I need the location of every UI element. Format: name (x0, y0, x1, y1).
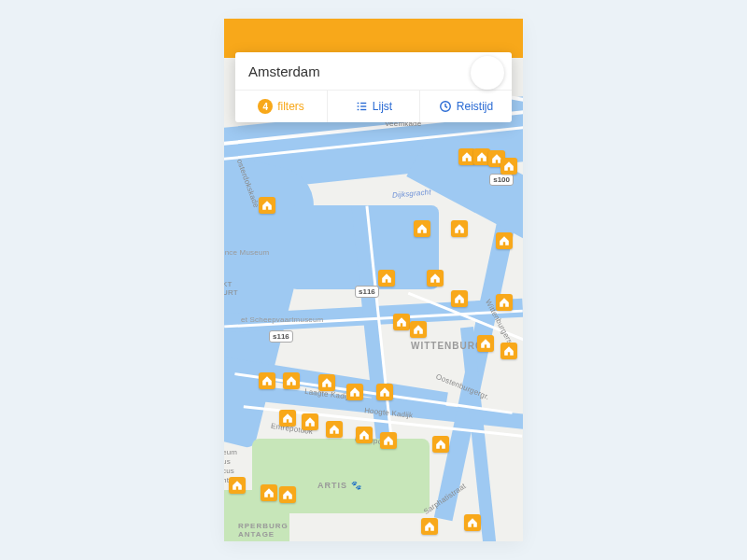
street-label: ence Museum (224, 248, 269, 257)
property-pin[interactable] (410, 321, 427, 338)
clock-icon (439, 100, 452, 113)
list-icon (355, 100, 368, 113)
property-pin[interactable] (451, 290, 468, 307)
street-label: Dijksgracht (392, 188, 431, 200)
district-label: ARTIS 🐾 (317, 481, 362, 490)
search-row (235, 52, 512, 90)
property-pin[interactable] (229, 477, 246, 494)
property-pin[interactable] (500, 343, 517, 359)
property-pin[interactable] (427, 270, 444, 287)
property-pin[interactable] (380, 432, 397, 449)
property-pin[interactable] (496, 232, 513, 249)
list-label: Lijst (373, 100, 392, 113)
route-shield: s116 (355, 286, 379, 298)
route-shield: s116 (269, 330, 293, 343)
filters-button[interactable]: 4 filters (235, 91, 328, 122)
property-pin[interactable] (477, 335, 494, 352)
property-pin[interactable] (279, 410, 296, 427)
property-pin[interactable] (421, 518, 438, 535)
property-pin[interactable] (318, 374, 335, 391)
property-pin[interactable] (414, 220, 430, 237)
property-pin[interactable] (356, 427, 373, 443)
property-pin[interactable] (261, 484, 277, 501)
property-pin[interactable] (302, 413, 318, 430)
district-label: WITTENBURG (411, 341, 484, 351)
property-pin[interactable] (376, 384, 393, 400)
property-pin[interactable] (279, 486, 296, 503)
search-clear-button[interactable] (471, 56, 504, 90)
travel-label: Reistijd (457, 100, 493, 113)
property-pin[interactable] (346, 384, 363, 400)
filters-label: filters (277, 100, 304, 113)
property-pin[interactable] (393, 314, 410, 330)
property-pin[interactable] (432, 436, 449, 453)
search-panel: 4 filters Lijst (235, 52, 512, 122)
property-pin[interactable] (378, 270, 395, 287)
property-pin[interactable] (326, 421, 343, 438)
list-toggle-button[interactable]: Lijst (328, 91, 420, 122)
street-label: et Scheepvaartmuseum (241, 315, 324, 324)
property-pin[interactable] (464, 514, 481, 531)
property-pin[interactable] (500, 158, 517, 175)
property-pin[interactable] (259, 372, 275, 389)
property-pin[interactable] (283, 372, 300, 389)
property-pin[interactable] (496, 294, 513, 311)
property-pin[interactable] (451, 220, 468, 237)
travel-time-button[interactable]: Reistijd (420, 91, 512, 122)
segmented-controls: 4 filters Lijst (235, 90, 512, 122)
district-label: KT URT (224, 280, 238, 297)
app-screen: Veemkade Dijksgracht osterdokskade ence … (224, 19, 523, 541)
search-input[interactable] (248, 63, 499, 79)
filter-count-badge: 4 (258, 99, 273, 114)
property-pin[interactable] (259, 197, 275, 214)
district-label: RPERBURG ANTAGE (238, 522, 289, 539)
